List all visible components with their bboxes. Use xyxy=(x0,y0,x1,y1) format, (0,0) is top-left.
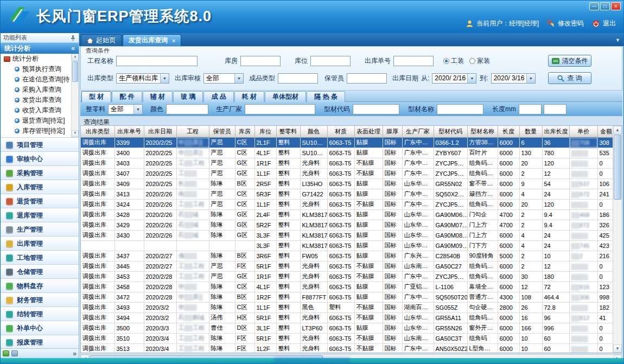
sidebar-section[interactable]: 退货管理 xyxy=(1,194,79,208)
tree-item[interactable]: 收货入库查询 xyxy=(1,105,79,116)
sidebar-section[interactable]: 财务管理 xyxy=(1,293,79,307)
material-tab[interactable]: 配 件 xyxy=(112,91,142,102)
sidebar-section[interactable]: 采购管理 xyxy=(1,166,79,180)
statistics-panel-header[interactable]: 统计分析 « xyxy=(1,43,79,54)
table-row[interactable]: 调拨出库35002020/3/3工▒▒工程曹佳D区3L1F整料LT3P60606… xyxy=(81,323,615,333)
tree-item[interactable]: 退货查询[待定] xyxy=(1,116,79,126)
tree-item[interactable]: 采购入库查询 xyxy=(1,85,79,95)
material-tab[interactable]: 单体型材 xyxy=(265,91,306,102)
column-header[interactable]: 型材名称 xyxy=(467,126,498,137)
column-header[interactable]: 表面处理 xyxy=(354,126,383,137)
sidebar-section[interactable]: 结转管理 xyxy=(1,307,79,321)
chevron-down-icon[interactable]: ▼ xyxy=(526,74,535,83)
keeper-input[interactable] xyxy=(347,73,387,84)
material-tab[interactable]: 玻 璃 xyxy=(173,91,203,102)
table-row[interactable]: 调拨出库34932020/3/2华▒▒▒陈琳C区1L1F整料黑色塑料不贴膜国标湖… xyxy=(81,302,615,312)
radio-jiazhuang[interactable] xyxy=(469,58,475,64)
scroll-down-icon[interactable]: ▼ xyxy=(72,130,79,137)
table-row[interactable]: 调拨出库34282020/2/26石▒▒城陈琳G区2L4F整料KLM381760… xyxy=(81,209,615,220)
chevron-down-icon[interactable]: ▼ xyxy=(467,74,476,83)
tab-start-page[interactable]: 起始页 xyxy=(81,34,122,46)
date-from-picker[interactable]: 2020/ 2/16 ▼ xyxy=(432,73,476,84)
table-row[interactable]: 调拨出库34002020/2/25华▒▒原▒严思C区4L1F整料SU10…606… xyxy=(81,148,615,158)
project-name-input[interactable] xyxy=(116,56,198,66)
tree-scrollbar[interactable]: ▲ ▼ xyxy=(71,54,79,137)
outbound-audit-select[interactable]: 全部 ▼ xyxy=(203,73,244,84)
table-row[interactable]: 调拨出库33992020/2/25华▒▒原▒严思C区2L1F整料SU10…606… xyxy=(81,137,615,148)
column-header[interactable]: 出库类型 xyxy=(81,126,114,137)
vertical-scrollbar[interactable]: ▲ ▼ xyxy=(613,126,622,353)
table-row[interactable]: 调拨出库34132020/2/26南▒▒▒严思C区5R3F整料G71422606… xyxy=(81,189,615,199)
tree-item[interactable]: 在途信息查询[待 xyxy=(1,74,79,85)
chevron-down-icon[interactable]: ▼ xyxy=(160,74,169,83)
tree-root[interactable]: 统计分析 xyxy=(1,54,79,64)
chevron-down-icon[interactable]: ▼ xyxy=(133,105,142,114)
outbound-type-select[interactable]: 生产领料出库 ▼ xyxy=(116,73,169,84)
column-header[interactable]: 颜色 xyxy=(300,126,327,137)
table-row[interactable]: 调拨出库34582020/2/28华▒▒▒陈琳C区4L1F整料光身料6063-T… xyxy=(81,282,615,292)
tree-item[interactable]: 发货出库查询 xyxy=(1,95,79,105)
change-password-link[interactable]: 修改密码 xyxy=(558,19,584,28)
product-type-input[interactable] xyxy=(278,73,318,84)
sidebar-section[interactable]: 生产管理 xyxy=(1,222,79,237)
column-header[interactable]: 长度 xyxy=(498,126,519,137)
sidebar-section[interactable]: 出库管理 xyxy=(1,237,79,251)
column-header[interactable]: 出库长度 xyxy=(542,126,569,137)
list-view-icon[interactable] xyxy=(3,350,9,356)
column-header[interactable]: 型材代码 xyxy=(434,126,467,137)
profile-name-input[interactable] xyxy=(437,104,483,114)
close-button[interactable]: × xyxy=(611,2,621,10)
clear-conditions-button[interactable]: 清空条件 xyxy=(548,55,591,67)
column-header[interactable]: 工程 xyxy=(176,126,209,137)
table-row[interactable]: 调拨出库34942020/3/2石▒▒辉城汤伟H区5R1F整料光身料6063-T… xyxy=(81,312,615,323)
column-header[interactable]: 出库单号 xyxy=(114,126,144,137)
length-from-input[interactable] xyxy=(519,104,542,114)
tree-item[interactable]: 库存管理[待定] xyxy=(1,126,79,136)
warehouse-input[interactable] xyxy=(240,56,281,66)
table-row[interactable]: 调拨出库34292020/2/26石▒▒城陈琳G区5R2F整料KLM381760… xyxy=(81,220,615,230)
sidebar-section[interactable]: 仓储管理 xyxy=(1,265,79,279)
maximize-button[interactable]: □ xyxy=(600,2,610,10)
table-row[interactable]: 调拨出库34032020/2/25工▒▒工程严思G区1R1F整料光身料6063-… xyxy=(81,158,615,168)
material-tab[interactable]: 辅 材 xyxy=(143,91,173,102)
scroll-thumb[interactable] xyxy=(72,61,78,82)
location-input[interactable] xyxy=(310,56,351,66)
table-row[interactable]: 调拨出库34372020/2/27佛▒▒▒陈琳B区3R6F整料FW056063-… xyxy=(81,251,615,261)
sidebar-section[interactable]: 入库管理 xyxy=(1,180,79,194)
table-row[interactable]: 调拨出库34092020/2/25长▒▒▒陈琳B区2R5F整料LI35HO606… xyxy=(81,178,615,189)
table-row[interactable]: 调拨出库34302020/2/26石▒▒城陈琳G区3L3F整料KLM381760… xyxy=(81,230,615,240)
column-header[interactable]: 库房 xyxy=(235,126,254,137)
table-row[interactable]: 调拨出库34072020/2/25工▒▒▒严思G区1L1F整料光身料6063-T… xyxy=(81,168,615,178)
material-tab[interactable]: 成 品 xyxy=(203,91,233,102)
color-input[interactable] xyxy=(166,104,208,114)
manufacturer-input[interactable] xyxy=(245,104,315,114)
table-row[interactable]: 调拨出库35132020/3/4工▒▒工程陈琳F区1L2F整料光身料6063-T… xyxy=(81,343,615,353)
tree-item[interactable]: 预算执行查询 xyxy=(1,64,79,74)
scroll-up-icon[interactable]: ▲ xyxy=(72,54,79,61)
table-row[interactable]: 调拨出库34242020/2/26工▒▒工程严思C区1L1F整料光身料6063-… xyxy=(81,199,615,209)
logout-link[interactable]: 退出 xyxy=(603,19,616,28)
search-button[interactable]: 查 询 xyxy=(548,72,591,84)
material-tab[interactable]: 隔 热 条 xyxy=(307,91,345,102)
scroll-thumb[interactable] xyxy=(614,135,621,200)
length-to-input[interactable] xyxy=(544,104,566,114)
column-header[interactable]: 材质 xyxy=(327,126,354,137)
profile-code-input[interactable] xyxy=(353,104,399,114)
table-row[interactable]: 调拨出库35102020/3/4工▒▒工程陈琳F区5R1F整料光身料6063-T… xyxy=(81,333,615,343)
radio-gongzhuang[interactable] xyxy=(443,58,449,64)
computer-icon[interactable] xyxy=(11,350,18,356)
expand-icon[interactable]: » xyxy=(73,350,77,357)
material-tab[interactable]: 耗 材 xyxy=(234,91,264,102)
scroll-down-icon[interactable]: ▼ xyxy=(613,344,622,353)
sidebar-section[interactable]: 物料盘存 xyxy=(1,279,79,293)
table-row[interactable]: 3L3F整料KLM38176063-T5贴膜国标山东华…GA90M09…门下方6… xyxy=(81,240,615,251)
sidebar-section[interactable]: 报废管理 xyxy=(1,335,79,349)
whole-scrap-select[interactable]: 全部 ▼ xyxy=(108,104,143,114)
column-header[interactable]: 单价 xyxy=(569,126,597,137)
table-row[interactable]: 调拨出库34722020/2/28华▒▒原▒陈琳B区1R2F整料F8877FT6… xyxy=(81,292,615,302)
column-header[interactable]: 库位 xyxy=(254,126,276,137)
pin-icon[interactable] xyxy=(70,35,76,41)
column-header[interactable]: 生产厂家 xyxy=(402,126,434,137)
sidebar-section[interactable]: 项目管理 xyxy=(1,138,79,152)
sidebar-section[interactable]: 退库管理 xyxy=(1,208,79,222)
